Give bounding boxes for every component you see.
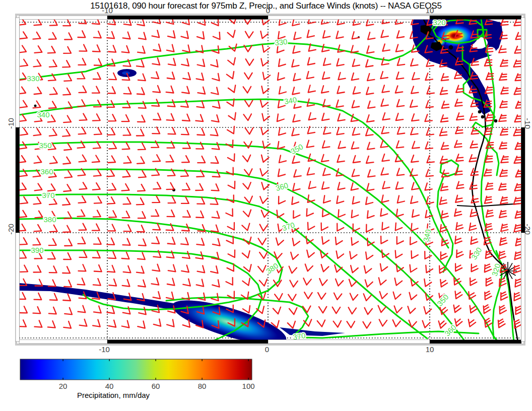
- colorbar-caption: Precipitation, mm/day: [77, 391, 150, 399]
- top-axis-tick-0: 0: [266, 6, 270, 15]
- contour-label-370: 370: [42, 191, 54, 199]
- bottom-axis-tick--10: -10: [99, 345, 110, 354]
- bottom-axis-tick-10: 10: [426, 345, 434, 354]
- colorbar-tick-label-80: 80: [198, 382, 207, 390]
- contour-label-350: 350: [39, 141, 51, 150]
- colorbar-tick-label-60: 60: [152, 382, 160, 390]
- contour-label-330: 330: [275, 37, 288, 47]
- colorbar-tick-label-20: 20: [59, 382, 68, 390]
- weather-map-figure: 15101618, 090 hour forecast for 975mb Z,…: [0, 0, 532, 411]
- island-dot: [34, 105, 37, 107]
- contour-label-360: 360: [40, 167, 53, 176]
- colorbar-gradient: [20, 359, 252, 380]
- left-axis-tick--10: -10: [7, 118, 15, 129]
- top-axis-tick--10: -10: [102, 6, 113, 15]
- bottom-axis-tick-0: 0: [265, 345, 269, 354]
- colorbar-tick-label-40: 40: [105, 382, 114, 390]
- contour-label-340: 340: [37, 110, 49, 119]
- contour-label-330: 330: [27, 74, 39, 83]
- left-axis-tick--20: -20: [7, 224, 15, 235]
- contour-label-390: 390: [31, 246, 43, 254]
- contour-label-380: 380: [43, 215, 56, 224]
- top-axis-tick-10: 10: [426, 6, 434, 15]
- contour-label-320: 320: [433, 18, 445, 27]
- colorbar-tick-label-100: 100: [242, 382, 255, 390]
- right-axis-tick--20: -20: [523, 224, 532, 235]
- right-axis-tick--10: -10: [523, 118, 532, 129]
